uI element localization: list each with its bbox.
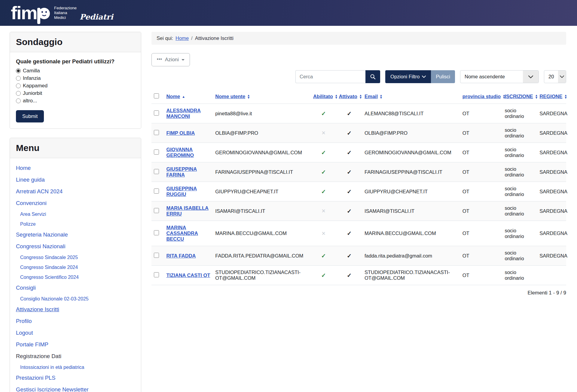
username-cell: OLBIA@FIMP.PRO — [213, 123, 311, 143]
radio-juniorbit[interactable] — [16, 91, 21, 96]
row-checkbox[interactable] — [154, 149, 159, 155]
sort-header-regione[interactable]: REGIONE — [539, 94, 567, 99]
radio-option-camilla[interactable]: Camilla — [16, 68, 135, 74]
sidebar-item-convenzioni[interactable]: Convenzioni — [16, 200, 135, 207]
row-checkbox[interactable] — [154, 272, 159, 277]
email-cell: GEROMINOGIOVANNA@GMAIL.COM — [362, 143, 460, 162]
check-icon — [347, 272, 352, 279]
email-cell: MARINA.BECCU@GMAIL.COM — [362, 221, 460, 246]
radio-altro[interactable] — [16, 98, 21, 103]
sidebar-item-logout[interactable]: Logout — [16, 330, 135, 336]
sidebar-item-attivazione-iscritti[interactable]: Attivazione Iscritti — [16, 306, 135, 313]
sort-header-iscrizione[interactable]: ISCRIZIONE — [505, 94, 538, 99]
filter-options-label: Opzioni Filtro — [390, 74, 420, 80]
radio-label: altro... — [23, 98, 37, 104]
sort-header-attivato[interactable]: Attivato — [339, 94, 362, 99]
abilitato-cell — [311, 182, 337, 201]
email-cell: OLBIA@FIMP.PRO — [362, 123, 460, 143]
sidebar-item-linee-guida[interactable]: Linee guida — [16, 176, 135, 183]
check-icon — [347, 149, 352, 156]
iscrizione-cell: socio ordinario — [502, 104, 537, 123]
iscrizione-cell: socio ordinario — [502, 182, 537, 201]
sidebar-item-congresso-sindacale-2025[interactable]: Congresso Sindacale 2025 — [20, 255, 135, 260]
cross-icon — [322, 231, 325, 237]
sidebar: Sondaggio Quale gestionale per Pediatri … — [10, 32, 141, 392]
sidebar-item-polizze[interactable]: Polizze — [20, 222, 135, 227]
sidebar-item-intossicazioni[interactable]: Intossicazioni in età pediatrica — [20, 365, 135, 370]
member-name-link[interactable]: TIZIANA CASTI OT — [166, 273, 210, 278]
select-all-checkbox[interactable] — [154, 93, 159, 98]
check-icon — [321, 253, 326, 259]
iscrizione-cell: socio ordinario — [502, 201, 537, 221]
sidebar-item-congresso-sindacale-2024[interactable]: Congresso Sindacale 2024 — [20, 265, 135, 270]
sidebar-item-gestisci-newsletter[interactable]: Gestisci Iscrizione Newsletter — [16, 386, 135, 392]
row-checkbox[interactable] — [154, 253, 159, 258]
table-row: TIZIANA CASTI OT STUDIOPEDIATRICO.TIZIAN… — [151, 266, 566, 285]
search-button[interactable] — [365, 70, 380, 83]
check-icon — [347, 253, 352, 259]
sort-header-abilitato[interactable]: Abilitato — [313, 94, 338, 99]
sidebar-item-arretrati-acn[interactable]: Arretrati ACN 2024 — [16, 188, 135, 195]
radio-option-kappamed[interactable]: Kappamed — [16, 83, 135, 89]
table-row: ALESSANDRA MANCONI pinetta88@live.it ALE… — [151, 104, 566, 123]
provincia-cell: OT — [460, 123, 502, 143]
survey-card: Sondaggio Quale gestionale per Pediatri … — [10, 32, 141, 129]
sort-header-email[interactable]: Email — [365, 94, 383, 99]
radio-infanzia[interactable] — [16, 76, 21, 81]
search-input[interactable] — [295, 70, 365, 83]
sort-header-provincia[interactable]: provincia studio — [463, 94, 505, 99]
page-size-select[interactable]: 20 — [544, 70, 566, 83]
sidebar-item-congresso-scientifico-2024[interactable]: Congresso Scientifico 2024 — [20, 275, 135, 280]
member-name-link[interactable]: RITA FADDA — [166, 253, 196, 258]
sidebar-item-congressi-nazionali[interactable]: Congressi Nazionali — [16, 243, 135, 250]
actions-dropdown-button[interactable]: ••• Azioni — [151, 53, 190, 66]
sidebar-item-portale-fimp[interactable]: Portale FIMP — [16, 341, 135, 348]
row-checkbox[interactable] — [154, 188, 159, 194]
sidebar-item-area-servizi[interactable]: Area Servizi — [20, 212, 135, 217]
radio-label: Infanzia — [23, 75, 41, 81]
row-checkbox[interactable] — [154, 208, 159, 213]
sort-order-select[interactable]: Nome ascendente — [460, 70, 539, 83]
sidebar-item-segreteria-nazionale[interactable]: Segreteria Nazionale — [16, 231, 135, 238]
sidebar-item-prestazioni-pls[interactable]: Prestazioni PLS — [16, 375, 135, 381]
regione-cell — [537, 266, 566, 285]
regione-cell: SARDEGNA — [537, 182, 566, 201]
abilitato-cell — [311, 221, 337, 246]
sidebar-item-home[interactable]: Home — [16, 165, 135, 171]
member-name-link[interactable]: FIMP OLBIA — [166, 130, 195, 136]
submit-button[interactable]: Submit — [16, 110, 44, 122]
sidebar-item-profilo[interactable]: Profilo — [16, 318, 135, 324]
radio-option-infanzia[interactable]: Infanzia — [16, 75, 135, 81]
sidebar-item-consigli[interactable]: Consigli — [16, 285, 135, 291]
check-icon — [347, 188, 352, 195]
breadcrumb-home-link[interactable]: Home — [176, 35, 189, 41]
row-checkbox[interactable] — [154, 169, 159, 174]
member-name-link[interactable]: ALESSANDRA MANCONI — [166, 108, 201, 119]
sort-header-nome-utente[interactable]: Nome utente — [215, 94, 250, 99]
provincia-cell: OT — [460, 266, 502, 285]
iscrizione-cell: socio ordinario — [502, 266, 537, 285]
filter-options-button[interactable]: Opzioni Filtro — [385, 70, 431, 83]
fimp-logo: fim Federazione Italiana Medici Pediatri — [11, 1, 113, 25]
main-content: Sei qui: Home / Attivazione Iscritti •••… — [151, 32, 566, 296]
member-name-link[interactable]: GIOVANNA GEROMINO — [166, 147, 194, 158]
row-checkbox[interactable] — [154, 110, 159, 116]
clear-filters-button[interactable]: Pulisci — [431, 70, 455, 83]
row-checkbox[interactable] — [154, 130, 159, 135]
logo-org-line3: Medici — [54, 15, 77, 20]
member-name-link[interactable]: MARINA CASSANDRA BECCU — [166, 225, 198, 242]
regione-cell: SARDEGNA — [537, 104, 566, 123]
check-icon — [321, 169, 326, 175]
sidebar-item-consiglio-nazionale[interactable]: Consiglio Nazionale 02-03-2025 — [20, 296, 135, 302]
row-checkbox[interactable] — [154, 230, 159, 235]
abilitato-cell — [311, 246, 337, 266]
radio-camilla[interactable] — [16, 68, 21, 73]
member-name-link[interactable]: GIUSEPPINA FARINA — [166, 166, 197, 177]
member-name-link[interactable]: GIUSEPPINA RUGGIU — [166, 186, 197, 197]
sort-header-nome[interactable]: Nome — [166, 94, 185, 99]
member-name-link[interactable]: MARIA ISABELLA ERRIU — [166, 205, 209, 216]
radio-kappamed[interactable] — [16, 83, 21, 88]
radio-option-juniorbit[interactable]: Juniorbit — [16, 90, 135, 96]
radio-option-altro[interactable]: altro... — [16, 98, 135, 104]
logo-p-smiley-icon — [37, 1, 50, 25]
